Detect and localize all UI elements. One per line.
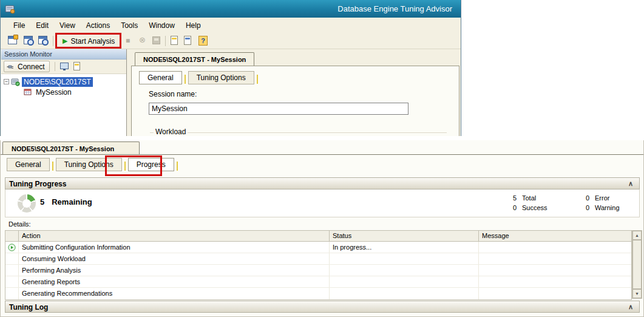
session-tree: − NODE5\SQL2017ST MySession: [1, 75, 126, 136]
in-progress-play-icon: [5, 242, 19, 253]
connect-button[interactable]: Connect: [4, 61, 50, 72]
session-monitor-title: Session Monitor: [1, 49, 126, 60]
column-header-message[interactable]: Message: [479, 231, 631, 241]
menu-tools[interactable]: Tools: [115, 19, 143, 32]
tuning-log-header[interactable]: Tuning Log ∧: [5, 301, 640, 313]
stat-total: 5Total: [508, 193, 547, 203]
table-header-row: Action Status Message: [5, 231, 631, 242]
open-session-icon[interactable]: [24, 36, 33, 44]
tuning-progress-header[interactable]: Tuning Progress ∧: [5, 177, 640, 189]
menu-window[interactable]: Window: [143, 19, 180, 32]
stat-success: 0Success: [508, 203, 547, 213]
document-tab[interactable]: NODE5\SQL2017ST - MySession: [135, 52, 254, 66]
cell-status: [330, 253, 479, 264]
tab-tuning-options[interactable]: Tuning Options: [188, 71, 254, 84]
table-row[interactable]: Submitting Configuration Information In …: [5, 242, 631, 253]
stat-success-value: 0: [508, 203, 517, 213]
dta-progress-view: NODE5\SQL2017ST - MySession General Tuni…: [0, 140, 644, 317]
menu-edit[interactable]: Edit: [30, 19, 54, 32]
tab-separator: [185, 75, 186, 84]
workload-groupbox-line: [150, 132, 447, 133]
workload-group-label: Workload: [154, 128, 188, 136]
tab-general[interactable]: General: [139, 71, 182, 84]
save-session-icon[interactable]: [152, 36, 160, 44]
table-row[interactable]: Performing Analysis: [5, 265, 631, 276]
tab-tuning-options[interactable]: Tuning Options: [56, 158, 122, 171]
document-tab[interactable]: NODE5\SQL2017ST - MySession: [2, 141, 140, 155]
collapse-expander-icon[interactable]: −: [4, 79, 9, 84]
cell-message: [479, 288, 631, 299]
scrollbar-thumb[interactable]: [632, 240, 642, 289]
table-row[interactable]: Generating Recommendations: [5, 288, 631, 299]
collapse-chevron-icon[interactable]: ∧: [628, 180, 633, 188]
menu-file[interactable]: File: [8, 19, 30, 32]
help-icon[interactable]: ?: [198, 36, 208, 46]
stat-error: 0Error: [581, 193, 620, 203]
monitor-icon[interactable]: [60, 63, 69, 69]
cell-action: Consuming Workload: [19, 253, 330, 264]
stat-total-value: 5: [508, 193, 517, 203]
refresh-session-icon[interactable]: [73, 62, 80, 70]
new-session-icon[interactable]: [8, 36, 17, 44]
toolbar-separator: [165, 36, 166, 46]
row-indicator: [5, 288, 19, 299]
server-node-label[interactable]: NODE5\SQL2017ST: [22, 77, 93, 87]
cell-message: [479, 242, 631, 253]
stat-warning-value: 0: [581, 203, 589, 213]
stop-analysis-icon[interactable]: ■: [126, 37, 130, 44]
table-row[interactable]: Consuming Workload: [5, 253, 631, 265]
app-icon[interactable]: [5, 4, 15, 14]
progress-summary: 5Remaining 5Total 0Success 0Error 0Warni…: [5, 189, 640, 217]
plug-icon: [7, 63, 15, 71]
cell-action: Generating Recommendations: [19, 288, 330, 299]
remaining-count: 5: [40, 197, 44, 206]
session-monitor-panel: Session Monitor Connect − NODE5\SQL2017S…: [1, 49, 127, 136]
cancel-icon[interactable]: ⊗: [139, 36, 146, 44]
column-header-status[interactable]: Status: [330, 231, 479, 241]
row-indicator: [5, 265, 19, 276]
cell-status: [330, 276, 479, 287]
menu-help[interactable]: Help: [180, 19, 206, 32]
collapse-chevron-icon[interactable]: ∧: [628, 303, 633, 311]
tab-general[interactable]: General: [7, 158, 50, 171]
properties-icon[interactable]: [171, 36, 178, 45]
column-header-action[interactable]: Action: [19, 231, 330, 241]
tab-separator: [124, 162, 126, 171]
session-node-label[interactable]: MySession: [34, 87, 73, 97]
menu-view[interactable]: View: [54, 19, 81, 32]
stat-error-value: 0: [581, 193, 589, 203]
menu-actions[interactable]: Actions: [81, 19, 115, 32]
remaining-status: 5Remaining: [40, 197, 92, 206]
cell-message: [479, 265, 631, 276]
scroll-down-icon[interactable]: ▼: [632, 289, 642, 298]
document-body: General Tuning Options Session name: Wor…: [131, 66, 459, 136]
session-name-label: Session name:: [149, 90, 197, 98]
progress-details-table: Action Status Message Submitting Configu…: [5, 230, 632, 300]
row-indicator: [5, 253, 19, 264]
document-tab-strip: General Tuning Options: [139, 71, 260, 84]
tree-row-session[interactable]: MySession: [1, 87, 126, 97]
tab-row-divider: [1, 154, 643, 155]
document-tab-strip: General Tuning Options Progress: [7, 158, 180, 171]
tuning-options-icon[interactable]: [184, 36, 191, 45]
window-title: Database Engine Tuning Advisor: [337, 4, 452, 13]
session-table-icon: [24, 88, 32, 96]
tab-progress[interactable]: Progress: [128, 158, 174, 171]
cell-message: [479, 253, 631, 264]
view-sessions-icon[interactable]: [38, 36, 47, 44]
start-analysis-button[interactable]: ▶ Start Analysis: [60, 35, 117, 47]
tree-row-server[interactable]: − NODE5\SQL2017ST: [1, 77, 126, 87]
row-indicator: [5, 276, 19, 287]
title-bar[interactable]: Database Engine Tuning Advisor: [1, 0, 461, 18]
vertical-scrollbar[interactable]: ▲ ▼: [632, 230, 642, 299]
toolbar-separator: [53, 36, 53, 46]
cell-action: Performing Analysis: [19, 265, 330, 276]
play-icon: ▶: [63, 38, 67, 44]
tuning-progress-title: Tuning Progress: [9, 180, 66, 188]
connect-label: Connect: [18, 63, 45, 71]
scroll-up-icon[interactable]: ▲: [632, 231, 642, 240]
dta-main-window: Database Engine Tuning Advisor File Edit…: [0, 0, 461, 136]
table-row[interactable]: Generating Reports: [5, 276, 631, 288]
menu-bar: File Edit View Actions Tools Window Help: [1, 18, 461, 33]
session-name-input[interactable]: [149, 103, 408, 115]
